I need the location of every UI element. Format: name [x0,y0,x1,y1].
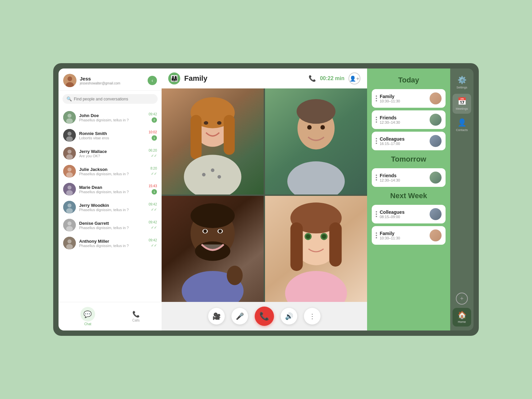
contact-time: 09:42 [149,220,157,224]
contacts-nav-item[interactable]: 👤 Contacts [453,115,471,135]
contact-time: 06:20 [149,149,157,152]
section-title-today: Today [372,76,446,84]
dot [376,138,377,139]
calls-tab[interactable]: 📞 Calls [129,309,143,324]
svg-point-37 [217,121,221,125]
chat-label: Chat [84,322,91,326]
meetings-label: Meetings [456,107,468,110]
home-button[interactable]: 🏠 Home [453,308,471,327]
contact-item[interactable]: John Doe Phasellus dignissim, tellus in … [59,108,162,126]
svg-point-11 [66,154,73,160]
meetings-nav-item[interactable]: 📅 Meetings [453,94,471,114]
contact-message: Phasellus dignissim, tellus in ? [79,190,145,194]
svg-point-52 [203,229,207,233]
more-options-button[interactable]: ⋮ [304,308,321,325]
contact-item[interactable]: Jerry Wallace Are you OK? 06:20 ✓✓ [59,144,162,162]
microphone-button[interactable]: 🎤 [231,308,248,325]
back-button[interactable]: ‹ [148,76,157,85]
meeting-card[interactable]: Family 10:30–11:30 [372,89,446,108]
svg-point-7 [67,132,71,136]
contact-item[interactable]: Denise Garrett Phasellus dignissim, tell… [59,216,162,234]
more-options-icon: ⋮ [309,312,316,320]
dot [376,140,377,142]
microphone-icon: 🎤 [236,312,244,320]
search-input[interactable] [74,97,154,101]
contact-item[interactable]: Marie Dean Phasellus dignissim, tellus i… [59,180,162,198]
contact-info: Anthony Miller Phasellus dignissim, tell… [79,239,145,248]
meeting-time: 08:15–09:00 [380,215,427,219]
meeting-avatar [430,135,442,147]
contact-avatar [63,201,76,213]
meeting-card[interactable]: Friends 12:30–14:30 [372,168,446,187]
speaker-button[interactable]: 🔊 [281,308,297,325]
meeting-card[interactable]: Colleagues 16:15–17:00 [372,132,446,150]
contact-item[interactable]: Ronnie Smith Lobortis vitae eros 10:02 1 [59,126,162,144]
meeting-dots [376,232,377,238]
svg-point-36 [204,121,208,125]
svg-point-23 [66,226,73,231]
meeting-card[interactable]: Family 10:30–11:30 [372,226,446,245]
meeting-time: 10:30–11:30 [380,99,427,103]
add-person-button[interactable]: 👤+ [348,72,360,84]
search-bar[interactable]: 🔍 [63,94,158,104]
chat-tab[interactable]: 💬 Chat [77,306,98,327]
user-email: jesseshowalter@gmail.com [80,81,120,85]
user-info: Jess jesseshowalter@gmail.com [80,76,120,85]
home-icon: 🏠 [458,311,466,320]
dot [376,179,377,181]
meeting-avatar-image [430,135,442,147]
call-duration: 00:22 min [320,75,344,81]
unread-badge: 2 [152,117,157,123]
svg-point-44 [321,125,325,129]
dot [376,95,377,97]
meeting-card[interactable]: Friends 12:30–14:30 [372,110,446,129]
contact-info: Ronnie Smith Lobortis vitae eros [79,131,145,140]
call-controls: 🎥 🎤 📞 🔊 ⋮ [162,302,367,331]
meeting-info: Colleagues 16:15–17:00 [380,136,427,146]
svg-point-35 [217,175,221,179]
contact-info: Denise Garrett Phasellus dignissim, tell… [79,221,145,230]
svg-point-14 [66,172,73,178]
meeting-avatar-image [430,92,442,104]
svg-point-8 [66,136,73,142]
camera-button[interactable]: 🎥 [208,308,225,325]
svg-point-64 [322,234,326,239]
dot [376,100,377,101]
dot [376,119,377,120]
contact-list: John Doe Phasellus dignissim, tellus in … [59,107,162,302]
contact-name: Anthony Miller [79,239,145,244]
user-name: Jess [80,76,120,81]
meeting-card[interactable]: Colleagues 08:15–09:00 [372,205,446,223]
contact-avatar [63,111,76,124]
meeting-name: Friends [380,115,427,120]
contact-name: Marie Dean [79,185,145,190]
contact-message: Phasellus dignissim, tellus in ? [79,226,145,230]
contact-time: 15:43 [149,184,157,188]
contact-item[interactable]: Julie Jackson Phasellus dignissim, tellu… [59,162,162,180]
meetings-icon: 📅 [458,97,466,106]
svg-rect-58 [290,222,303,271]
group-avatar-icon: 👨‍👩‍👧 [171,75,178,82]
meeting-avatar-image [430,172,442,184]
meeting-dots [376,175,377,181]
add-button[interactable]: + [456,293,468,305]
svg-point-48 [195,241,230,261]
speaker-icon: 🔊 [285,312,293,320]
contact-time: 8:20 [151,167,157,170]
contact-item[interactable]: Jerry Woodkin Phasellus dignissim, tellu… [59,198,162,216]
contact-item[interactable]: Anthony Miller Phasellus dignissim, tell… [59,234,162,252]
meeting-dots [376,95,377,101]
settings-nav-item[interactable]: ⚙️ Settings [453,72,471,92]
meeting-name: Friends [380,173,427,178]
meeting-name: Family [380,94,427,99]
contact-meta: 06:20 ✓✓ [149,149,157,158]
participant-4-video [265,196,367,302]
meeting-info: Family 10:30–11:30 [380,231,427,240]
dot [376,175,377,176]
svg-point-26 [66,244,73,249]
end-call-button[interactable]: 📞 [255,307,274,326]
sidebar-footer: 💬 Chat 📞 Calls [59,302,162,331]
section-title-tomorrow: Tomorrow [372,155,446,164]
contact-name: Jerry Woodkin [79,203,145,208]
meeting-name: Family [380,231,427,236]
